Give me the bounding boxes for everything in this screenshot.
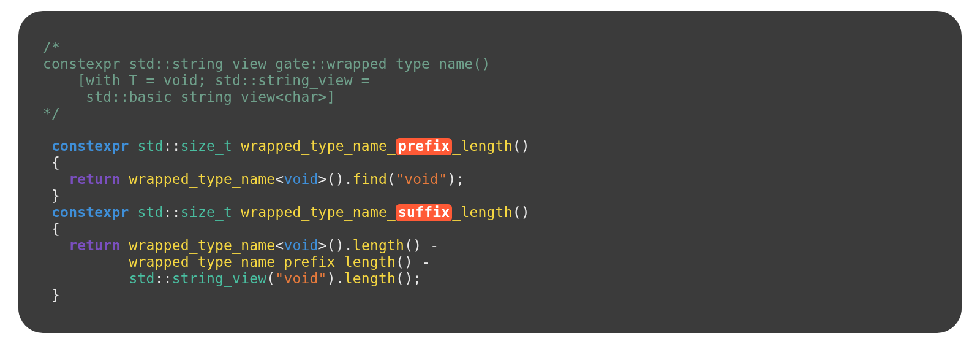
punc-rparen-8: ) (327, 270, 336, 286)
func-suffix-part1: wrapped_type_name_ (241, 204, 396, 220)
punc-lparen: ( (513, 138, 521, 154)
punc-rbrace-2: } (51, 287, 60, 303)
punc-dot: . (344, 171, 353, 187)
comment-close: */ (43, 105, 60, 121)
punc-minus: - (421, 237, 439, 253)
keyword-constexpr-2: constexpr (51, 204, 129, 220)
type-size_t: size_t (181, 138, 232, 154)
punc-rparen: ) (521, 138, 530, 154)
func-find: find (353, 171, 387, 187)
func-suffix-usc: _ (452, 204, 461, 220)
ns-std-3: std (129, 270, 154, 286)
punc-lparen-4: ( (513, 204, 521, 220)
func-wtn-2: wrapped_type_name (129, 237, 276, 253)
punc-lparen-9: ( (396, 270, 404, 286)
type-size_t-2: size_t (181, 204, 232, 220)
punc-lparen-8: ( (266, 270, 275, 286)
punc-lparen-7: ( (396, 254, 404, 270)
code-block: /* constexpr std::string_view gate::wrap… (18, 11, 962, 333)
punc-gt-2: > (318, 237, 327, 253)
ns-std-2: std (138, 204, 164, 220)
string-void-2: "void" (275, 270, 326, 286)
func-suffix-length-word: length (461, 204, 512, 220)
punc-lt: < (275, 171, 284, 187)
punc-semi-2: ; (413, 270, 421, 286)
keyword-return: return (69, 171, 120, 187)
func-wtn: wrapped_type_name (129, 171, 276, 187)
type-void-2: void (284, 237, 318, 253)
func-prefix-part1: wrapped_type_name_ (241, 138, 396, 154)
punc-lbrace-2: { (51, 221, 60, 237)
punc-lparen-2: ( (327, 171, 336, 187)
func-prefix-length-word: length (461, 138, 512, 154)
punc-coloncolon-2: :: (164, 204, 181, 220)
punc-coloncolon-3: :: (155, 270, 172, 286)
highlight-suffix: suffix (396, 204, 452, 221)
punc-rparen-4: ) (521, 204, 530, 220)
punc-lbrace: { (51, 155, 60, 170)
comment-line-3: std::basic_string_view<char>] (43, 89, 336, 105)
punc-coloncolon: :: (164, 138, 181, 154)
punc-lparen-6: ( (404, 237, 413, 253)
punc-rparen-9: ) (404, 270, 413, 286)
punc-rparen-7: ) (404, 254, 413, 270)
punc-lparen-3: ( (387, 171, 396, 187)
punc-rparen-6: ) (413, 237, 421, 253)
punc-dot-3: . (336, 270, 344, 286)
punc-rparen-2: ) (336, 171, 344, 187)
punc-lparen-5: ( (327, 237, 336, 253)
keyword-return-2: return (69, 237, 120, 253)
comment-line-1: constexpr std::string_view gate::wrapped… (43, 56, 490, 72)
punc-rbrace: } (51, 188, 60, 204)
string-void: "void" (396, 171, 447, 187)
func-length-2: length (344, 270, 396, 286)
func-length: length (353, 237, 404, 253)
punc-rparen-3: ) (447, 171, 456, 187)
comment-line-2: [with T = void; std::string_view = (43, 72, 370, 88)
punc-dot-2: . (344, 237, 353, 253)
punc-semi: ; (456, 171, 464, 187)
punc-rparen-5: ) (336, 237, 344, 253)
comment-open: /* (43, 39, 60, 55)
type-string_view: string_view (172, 270, 267, 286)
ns-std: std (138, 138, 164, 154)
type-void: void (284, 171, 318, 187)
keyword-constexpr: constexpr (51, 138, 129, 154)
func-wtn-prefix-len: wrapped_type_name_prefix_length (129, 254, 395, 270)
highlight-prefix: prefix (396, 138, 452, 155)
punc-minus-2: - (413, 254, 430, 270)
punc-gt: > (318, 171, 327, 187)
func-prefix-usc: _ (452, 138, 461, 154)
punc-lt-2: < (275, 237, 284, 253)
